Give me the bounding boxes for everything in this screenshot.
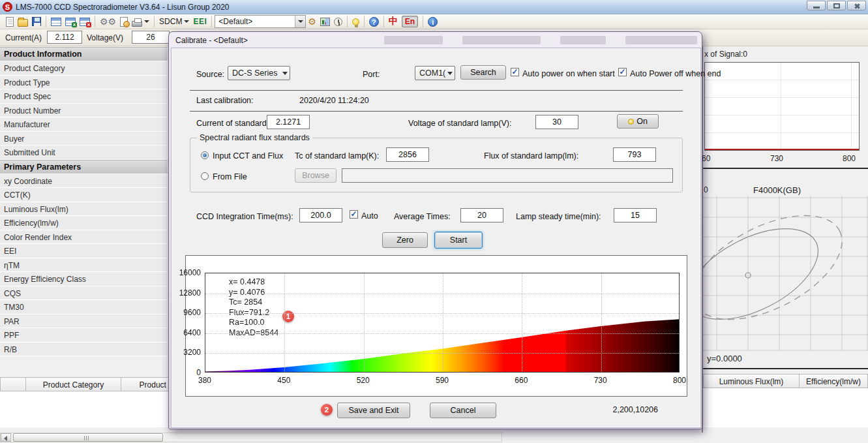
sidebar-item-eei[interactable]: EEI	[0, 244, 168, 258]
lamp-current-input[interactable]: 2.1271	[267, 115, 310, 129]
sidebar-item-xy-coordinate[interactable]: xy Coordinate	[0, 174, 168, 189]
signal-baseline	[705, 149, 859, 150]
sidebar-item-par[interactable]: PAR	[0, 314, 168, 329]
help-button[interactable]: ?	[367, 15, 381, 28]
bulb-icon	[352, 18, 359, 25]
sdcm-dropdown[interactable]: SDCM	[157, 15, 191, 28]
sidebar-item-color-render-index[interactable]: Color Render Index	[0, 230, 168, 245]
sidebar-item-efficiency-lm-w-[interactable]: Efficiency(lm/w)	[0, 216, 168, 230]
sidebar-item-cqs[interactable]: CQS	[0, 286, 168, 301]
dialog-title: Calibrate - <Default>	[175, 36, 248, 45]
x-gridline	[601, 273, 602, 372]
sidebar-item-manufacturer[interactable]: Manufacturer	[0, 117, 168, 132]
source-combo[interactable]: DC-S Series	[228, 66, 290, 80]
lang-cn-button[interactable]: 中	[387, 15, 400, 28]
signal-tick-730: 730	[770, 154, 783, 163]
delete-table-button[interactable]: x	[78, 15, 92, 28]
preset-combo-value: <Default>	[218, 17, 252, 26]
flux-input[interactable]: 793	[613, 147, 656, 162]
from-file-radio[interactable]	[201, 172, 209, 180]
auto-power-off-checkbox[interactable]: ✓	[618, 68, 627, 76]
average-times-input[interactable]: 20	[460, 208, 503, 222]
y-coordinate-value: y=0.0000	[707, 354, 742, 363]
minimize-button[interactable]	[807, 1, 826, 10]
start-button[interactable]: Start	[434, 232, 483, 249]
ccd-time-label: CCD Integration Time(ms):	[196, 212, 293, 221]
main-toolbar: x x ⚙⚙ SDCM EEI <Default> ⚙ ? 中 En i	[0, 14, 868, 29]
calibrate-dialog: Calibrate - <Default> Source: DC-S Serie…	[168, 31, 702, 429]
chart-export-button[interactable]	[318, 15, 332, 28]
restore-button[interactable]	[827, 1, 846, 10]
table-button[interactable]	[49, 15, 63, 28]
lamp-steady-input[interactable]: 15	[614, 208, 657, 222]
right-table-body-empty	[703, 388, 868, 427]
eei-button[interactable]: EEI	[191, 15, 209, 28]
sidebar-item-luminous-flux-lm-[interactable]: Luminous Flux(lm)	[0, 202, 168, 217]
sidebar-item-submitted-unit[interactable]: Submitted Unit	[0, 145, 168, 160]
x-tick-label: 520	[350, 376, 376, 385]
preset-combo[interactable]: <Default>	[215, 15, 306, 28]
sidebar-item-ppf[interactable]: PPF	[0, 328, 168, 343]
y-tick-label: 6400	[173, 328, 201, 337]
preset-combo-caret[interactable]	[295, 16, 305, 27]
table-header-efficiency[interactable]: Efficiency(lm/w)	[800, 374, 868, 388]
auto-power-on-checkbox[interactable]: ✓	[511, 68, 519, 76]
x-tick-label: 800	[666, 376, 693, 385]
new-file-button[interactable]	[4, 15, 16, 28]
lamp-voltage-input[interactable]: 30	[535, 115, 578, 129]
timer-button[interactable]	[332, 15, 344, 28]
table-header-product-category[interactable]: Product Category	[26, 377, 121, 391]
sidebar-item-buyer[interactable]: Buyer	[0, 132, 168, 146]
open-file-button[interactable]	[16, 15, 30, 28]
search-button[interactable]: Search	[460, 65, 506, 80]
table-corner-cell	[0, 377, 26, 391]
save-button[interactable]	[30, 15, 43, 28]
x-gridline	[443, 273, 443, 372]
sidebar-item-cct-k-[interactable]: CCT(K)	[0, 188, 168, 202]
sidebar-item-product-number[interactable]: Product Number	[0, 104, 168, 118]
export-excel-button[interactable]: x	[63, 15, 78, 28]
sidebar-item--tm[interactable]: ηTM	[0, 258, 168, 273]
y-gridline	[205, 294, 679, 294]
status-numbers: 2,200,10206	[560, 405, 658, 414]
scroll-left-button[interactable]	[1, 433, 11, 442]
lang-en-button[interactable]: En	[400, 15, 420, 28]
config-button[interactable]: ⚙	[306, 15, 318, 28]
right-panel-divider	[703, 168, 868, 169]
right-panel-divider2	[703, 368, 868, 369]
y-tick-label: 9600	[173, 308, 201, 317]
sidebar-item-product-spec[interactable]: Product Spec	[0, 89, 168, 104]
cancel-button[interactable]: Cancel	[430, 403, 496, 418]
lamp-on-button[interactable]: On	[617, 114, 659, 129]
input-cct-flux-radio[interactable]	[201, 151, 209, 159]
report-button[interactable]	[118, 15, 130, 28]
info-button[interactable]: i	[426, 15, 440, 28]
window-title: LMS-7000 CCD Spectroradiometer V3.64 - L…	[16, 3, 230, 12]
close-button[interactable]	[847, 1, 866, 10]
settings-gears-button[interactable]: ⚙⚙	[98, 15, 118, 28]
file-path-field[interactable]	[342, 168, 673, 183]
sidebar-item-energy-efficiency-class[interactable]: Energy Efficiency Class	[0, 272, 168, 286]
ccd-time-input[interactable]: 200.0	[299, 208, 342, 222]
voltage-field[interactable]: 26	[132, 31, 170, 44]
table-header-luminous-flux[interactable]: Luminous Flux(lm)	[703, 374, 800, 388]
y-gridline	[205, 353, 679, 354]
sidebar-item-product-category[interactable]: Product Category	[0, 61, 168, 76]
save-and-exit-button[interactable]: Save and Exit	[337, 403, 410, 418]
sidebar-item-tm30[interactable]: TM30	[0, 300, 168, 314]
auto-checkbox[interactable]: ✓	[350, 210, 358, 219]
y-gridline	[205, 333, 679, 334]
sidebar-item-product-type[interactable]: Product Type	[0, 76, 168, 90]
delete-table-icon: x	[80, 18, 90, 26]
current-field[interactable]: 2.112	[47, 31, 82, 44]
scrollbar-thumb[interactable]	[13, 433, 163, 442]
sidebar-item-r-b[interactable]: R/B	[0, 343, 168, 357]
port-combo[interactable]: COM1(	[415, 66, 455, 80]
save-icon	[32, 17, 41, 26]
port-label: Port:	[363, 70, 380, 79]
browse-button[interactable]: Browse	[295, 168, 337, 183]
lamp-button[interactable]	[350, 15, 361, 28]
print-button[interactable]	[130, 15, 151, 28]
zero-button[interactable]: Zero	[382, 232, 428, 248]
tc-input[interactable]: 2856	[386, 147, 429, 162]
